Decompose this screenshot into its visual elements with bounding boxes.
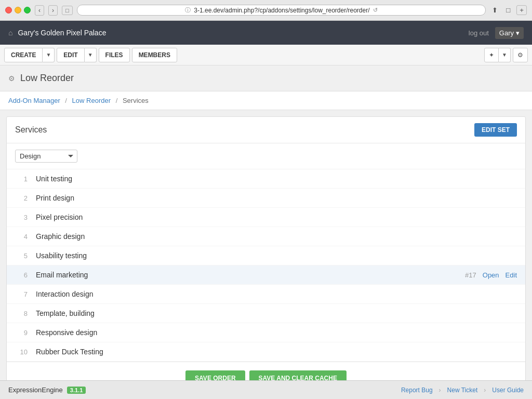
user-guide-link[interactable]: User Guide [492, 387, 524, 394]
list-item-highlighted[interactable]: 6 Email marketing #17 Open Edit [7, 265, 525, 285]
logout-link[interactable]: log out [469, 29, 489, 37]
channel-select-wrapper: Design Development Marketing [7, 143, 525, 169]
back-button[interactable]: ‹ [35, 5, 44, 16]
item-number: 7 [15, 290, 28, 298]
members-button[interactable]: MEMBERS [132, 48, 177, 62]
main-panel: Services EDIT SET Design Development Mar… [6, 116, 526, 395]
page-header: ⚙ Low Reorder [0, 65, 532, 91]
version-badge: 3.1.1 [67, 387, 86, 394]
bottom-sep-1: › [439, 387, 441, 394]
forward-button[interactable]: › [48, 5, 58, 16]
report-bug-link[interactable]: Report Bug [401, 387, 433, 394]
breadcrumb-sep-2: / [116, 97, 118, 104]
page-header-icon: ⚙ [8, 74, 15, 83]
item-edit-link[interactable]: Edit [506, 271, 517, 279]
channel-select[interactable]: Design Development Marketing [15, 150, 77, 163]
tools-button[interactable]: ✦ [484, 48, 499, 62]
share-button[interactable]: ⬆ [490, 5, 500, 15]
sortable-list: 1 Unit testing 2 Print design 3 Pixel pr… [7, 169, 525, 362]
item-name: Responsive design [36, 328, 517, 337]
user-label: Gary [499, 29, 514, 37]
list-item[interactable]: 3 Pixel precision [7, 208, 525, 227]
app-header-right: log out Gary ▾ [469, 27, 524, 39]
browser-chrome: ‹ › □ ⓘ 3-1.ee.dev/admin.php?/cp/addons/… [0, 0, 532, 21]
home-icon[interactable]: ⌂ [8, 29, 12, 37]
site-name: Gary's Golden Pixel Palace [18, 29, 106, 37]
nav-toolbar: CREATE ▼ EDIT ▼ FILES MEMBERS ✦ ▼ ⚙ [0, 45, 532, 65]
item-name: Usability testing [36, 251, 517, 260]
new-tab-button[interactable]: + [516, 5, 527, 15]
edit-set-button[interactable]: EDIT SET [474, 123, 517, 137]
ee-label: ExpressionEngine [8, 386, 63, 394]
list-item[interactable]: 7 Interaction design [7, 285, 525, 304]
item-status: Open [483, 271, 499, 279]
new-ticket-link[interactable]: New Ticket [447, 387, 478, 394]
panel-title: Services [15, 125, 47, 135]
window-button[interactable]: □ [62, 6, 73, 15]
item-id: #17 [465, 271, 476, 279]
item-name: Rubber Duck Testing [36, 348, 517, 356]
bottom-sep-2: › [484, 387, 486, 394]
edit-button-group: EDIT ▼ [57, 48, 96, 62]
user-dropdown-arrow: ▾ [516, 29, 520, 37]
user-menu[interactable]: Gary ▾ [495, 27, 524, 39]
list-item[interactable]: 9 Responsive design [7, 323, 525, 342]
item-number: 3 [15, 214, 28, 221]
app-header: ⌂ Gary's Golden Pixel Palace log out Gar… [0, 21, 532, 45]
item-name: Template, building [36, 309, 517, 317]
list-item[interactable]: 5 Usability testing [7, 246, 525, 265]
url-text: 3-1.ee.dev/admin.php?/cp/addons/settings… [194, 7, 369, 14]
minimize-button[interactable] [15, 7, 21, 14]
gear-button[interactable]: ⚙ [513, 48, 528, 62]
item-number: 10 [15, 348, 28, 356]
item-number: 1 [15, 175, 28, 183]
breadcrumb-services: Services [123, 97, 149, 104]
files-button[interactable]: FILES [99, 48, 130, 62]
tools-icon: ✦ [489, 51, 494, 59]
gear-icon: ⚙ [517, 51, 523, 59]
traffic-lights [5, 7, 31, 14]
item-name: Graphic design [36, 232, 517, 241]
list-item[interactable]: 8 Template, building [7, 304, 525, 323]
page-content: ⚙ Low Reorder Add-On Manager / Low Reord… [0, 65, 532, 395]
app-header-left: ⌂ Gary's Golden Pixel Palace [8, 29, 106, 37]
item-number: 8 [15, 310, 28, 317]
list-item[interactable]: 1 Unit testing [7, 169, 525, 189]
bottom-left: ExpressionEngine 3.1.1 [8, 386, 86, 394]
list-item[interactable]: 10 Rubber Duck Testing [7, 342, 525, 362]
bottom-right: Report Bug › New Ticket › User Guide [401, 387, 524, 394]
item-number: 9 [15, 329, 28, 337]
breadcrumb-addon-manager[interactable]: Add-On Manager [8, 97, 60, 104]
breadcrumb: Add-On Manager / Low Reorder / Services [0, 91, 532, 110]
nav-left: CREATE ▼ EDIT ▼ FILES MEMBERS [4, 48, 177, 62]
create-button-group: CREATE ▼ [4, 48, 55, 62]
tools-button-group: ✦ ▼ [484, 48, 511, 62]
item-name: Pixel precision [36, 213, 517, 221]
list-item[interactable]: 4 Graphic design [7, 227, 525, 246]
maximize-button[interactable] [24, 7, 31, 14]
item-name: Unit testing [36, 175, 517, 183]
item-number: 4 [15, 233, 28, 241]
bottom-bar: ExpressionEngine 3.1.1 Report Bug › New … [0, 380, 532, 399]
item-number: 2 [15, 194, 28, 202]
nav-right: ✦ ▼ ⚙ [484, 48, 528, 62]
breadcrumb-sep-1: / [65, 97, 67, 104]
list-item[interactable]: 2 Print design [7, 189, 525, 208]
edit-dropdown-button[interactable]: ▼ [85, 48, 97, 62]
tools-dropdown-button[interactable]: ▼ [499, 48, 511, 62]
panel-header: Services EDIT SET [7, 117, 525, 143]
item-name: Print design [36, 194, 517, 202]
edit-button[interactable]: EDIT [57, 48, 84, 62]
lock-icon: ⓘ [185, 6, 191, 14]
tab-button[interactable]: □ [504, 5, 512, 15]
create-dropdown-button[interactable]: ▼ [43, 48, 55, 62]
item-name: Email marketing [36, 271, 465, 279]
create-button[interactable]: CREATE [4, 48, 43, 62]
page-title: Low Reorder [20, 73, 74, 84]
breadcrumb-low-reorder[interactable]: Low Reorder [72, 97, 111, 104]
close-button[interactable] [5, 7, 12, 14]
url-bar[interactable]: ⓘ 3-1.ee.dev/admin.php?/cp/addons/settin… [77, 5, 486, 16]
item-name: Interaction design [36, 290, 517, 298]
item-number: 6 [15, 271, 28, 279]
reload-icon[interactable]: ↺ [373, 7, 378, 14]
